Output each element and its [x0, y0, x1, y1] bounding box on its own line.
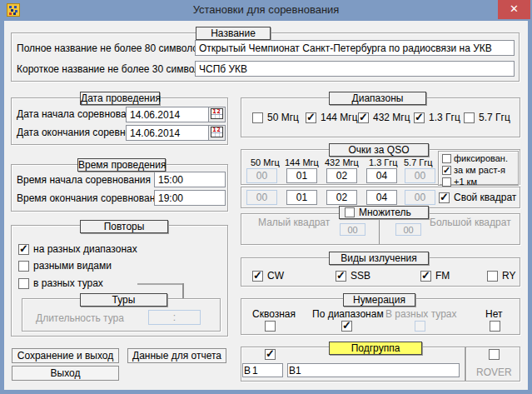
qso-column-label: 144 Мгц: [285, 157, 319, 168]
qso-square-input-5700[interactable]: [405, 190, 435, 205]
connector-line: [137, 283, 183, 285]
exit-button[interactable]: Выход: [12, 366, 119, 381]
checkbox-mode-ry[interactable]: RY: [487, 270, 515, 282]
report-data-button[interactable]: Данные для отчета: [127, 348, 226, 363]
numbering-group-header: Нумерация: [343, 293, 415, 307]
close-icon: ✕: [510, 2, 519, 15]
small-square-input[interactable]: [340, 223, 365, 236]
repeats-group-header: Повторы: [80, 220, 168, 233]
checkbox-box[interactable]: [306, 112, 316, 123]
save-exit-button[interactable]: Сохранение и выход: [12, 348, 119, 363]
subgroup-group-header: Подгруппа: [329, 342, 422, 355]
checkbox-box[interactable]: [439, 192, 450, 203]
checkbox-numbering-through[interactable]: [265, 321, 276, 332]
subgroup-enable-checkbox[interactable]: [265, 349, 276, 360]
checkbox-plus-1km[interactable]: +1 км: [442, 177, 508, 187]
checkbox-label: фиксирован.: [454, 153, 508, 163]
checkbox-numbering-none[interactable]: [490, 321, 500, 332]
checkbox-box[interactable]: [487, 271, 498, 282]
name-group-header: Название: [196, 27, 271, 40]
checkbox-per-km[interactable]: за км раст-я: [442, 165, 508, 175]
checkbox-different-modes[interactable]: разными видами: [18, 260, 112, 272]
start-time-input[interactable]: [154, 172, 226, 187]
window-title: Установки для соревнования: [0, 3, 532, 16]
multiplier-checkbox[interactable]: [345, 207, 355, 217]
titlebar: Установки для соревнования ✕: [0, 0, 532, 21]
checkbox-box[interactable]: [18, 278, 29, 289]
checkbox-box[interactable]: [464, 112, 475, 123]
numbering-through-label: Сквозная: [252, 309, 296, 320]
big-square-label: Большой квадрат: [430, 217, 511, 228]
qso-square-input-144[interactable]: [286, 190, 317, 205]
checkbox-different-tours[interactable]: в разных турах: [18, 277, 103, 289]
full-name-input[interactable]: [195, 40, 515, 56]
rover-checkbox[interactable]: [489, 349, 500, 360]
qso-column-label: 1.3 Ггц: [369, 157, 398, 168]
small-square-label: Малый квадрат: [258, 217, 330, 228]
checkbox-numbering-by-tour[interactable]: [415, 321, 425, 332]
qso-column-label: 432 Мгц: [325, 157, 359, 168]
start-date-calendar-button[interactable]: 12: [208, 107, 226, 122]
checkbox-band-50[interactable]: 50 Мгц: [252, 112, 299, 123]
subgroup-name-input[interactable]: [287, 363, 460, 377]
checkbox-label: в разных турах: [33, 277, 103, 289]
checkbox-box[interactable]: [18, 244, 29, 255]
tour-duration-input[interactable]: [148, 310, 201, 325]
short-name-label: Короткое название не более 30 символов: [17, 64, 211, 75]
checkbox-label: разными видами: [33, 260, 112, 272]
checkbox-fixed[interactable]: фиксирован.: [442, 153, 508, 163]
numbering-by-tour-label: В разных турах: [385, 309, 456, 320]
checkbox-box[interactable]: [414, 112, 425, 123]
checkbox-label: SSB: [351, 270, 370, 282]
end-date-calendar-button[interactable]: 12: [208, 125, 226, 141]
checkbox-label: 1.3 Ггц: [429, 112, 460, 123]
qso-column-label: 50 Мгц: [251, 157, 280, 168]
checkbox-band-144[interactable]: 144 Мгц: [306, 112, 358, 123]
checkbox-label: 432 Мгц: [373, 112, 410, 123]
checkbox-box[interactable]: [442, 154, 451, 163]
checkbox-box[interactable]: [18, 261, 29, 272]
qso-points-input-50[interactable]: [246, 168, 277, 183]
numbering-none-label: Нет: [485, 309, 502, 320]
checkbox-band-432[interactable]: 432 Мгц: [358, 112, 410, 123]
calendar-icon: 12: [211, 108, 223, 119]
full-name-label: Полное название не более 80 символов: [17, 43, 203, 54]
close-button[interactable]: ✕: [498, 0, 530, 19]
checkbox-mode-ssb[interactable]: SSB: [336, 270, 370, 282]
checkbox-own-square[interactable]: Свой квадрат: [439, 192, 516, 203]
qso-points-input-144[interactable]: [286, 168, 317, 183]
short-name-input[interactable]: [195, 61, 515, 77]
checkbox-band-5700[interactable]: 5.7 Ггц: [464, 112, 510, 123]
checkbox-box[interactable]: [442, 166, 451, 175]
qso-square-input-432[interactable]: [326, 190, 357, 205]
end-time-input[interactable]: [154, 190, 226, 206]
qso-square-input-50[interactable]: [246, 190, 277, 205]
time-group-header: Время проведения: [77, 158, 166, 172]
subgroup-code-input[interactable]: [242, 363, 283, 377]
checkbox-label: CW: [267, 270, 284, 282]
multiplier-group-header: Множитель: [339, 206, 429, 219]
big-square-input[interactable]: [395, 223, 421, 236]
multiplier-header-label: Множитель: [359, 207, 411, 218]
start-date-label: Дата начала соревнования: [17, 109, 142, 120]
qso-points-input-432[interactable]: [326, 168, 357, 183]
checkbox-box[interactable]: [358, 112, 369, 123]
qso-column-label: 5.7 Ггц: [404, 157, 433, 168]
checkbox-label: за км раст-я: [454, 165, 505, 175]
checkbox-label: на разных диапазонах: [33, 243, 137, 255]
tours-group-header: Туры: [80, 293, 167, 307]
checkbox-different-bands[interactable]: на разных диапазонах: [18, 243, 137, 255]
checkbox-mode-fm[interactable]: FM: [420, 270, 450, 282]
checkbox-box[interactable]: [442, 177, 451, 187]
qso-square-input-1300[interactable]: [366, 190, 397, 205]
checkbox-box[interactable]: [252, 271, 263, 282]
checkbox-box[interactable]: [336, 271, 346, 282]
checkbox-numbering-by-band[interactable]: [341, 321, 352, 332]
connector-line: [182, 283, 184, 298]
qso-points-input-5700[interactable]: [405, 168, 435, 183]
checkbox-box[interactable]: [252, 112, 263, 123]
qso-points-input-1300[interactable]: [366, 168, 397, 183]
checkbox-mode-cw[interactable]: CW: [252, 270, 284, 282]
checkbox-box[interactable]: [420, 271, 431, 282]
checkbox-band-1300[interactable]: 1.3 Ггц: [414, 112, 460, 123]
